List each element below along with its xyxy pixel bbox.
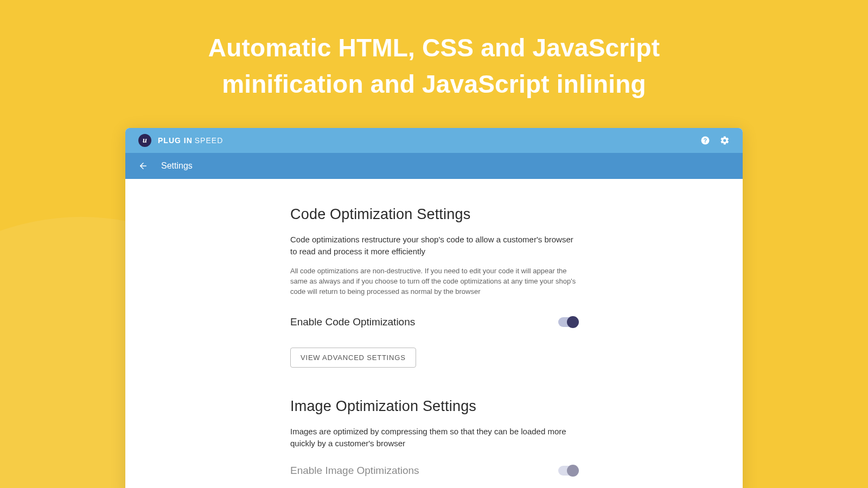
content-area: Code Optimization Settings Code optimiza…	[125, 179, 743, 488]
app-subheader: Settings	[125, 153, 743, 179]
toggle-knob-icon	[567, 316, 579, 328]
code-section-title: Code Optimization Settings	[290, 206, 578, 223]
hero-line1: Automatic HTML, CSS and JavaScript	[208, 34, 660, 62]
subheader-title: Settings	[161, 161, 193, 171]
logo-text: PLUG INSPEED	[158, 136, 223, 145]
image-toggle[interactable]	[558, 466, 578, 476]
logo-bold: PLUG IN	[158, 136, 193, 145]
hero-banner: Automatic HTML, CSS and JavaScript minif…	[0, 0, 868, 128]
toggle-knob-icon	[567, 465, 579, 477]
code-toggle-label: Enable Code Optimizations	[290, 316, 415, 328]
help-icon[interactable]: ?	[700, 136, 710, 145]
app-header: u PLUG INSPEED ?	[125, 128, 743, 153]
image-section-title: Image Optimization Settings	[290, 398, 578, 415]
image-toggle-label: Enable Image Optimizations	[290, 465, 419, 477]
image-section-desc: Images are optimized by compressing them…	[290, 426, 578, 450]
back-arrow-icon[interactable]	[138, 161, 148, 171]
code-section-note: All code optimizations are non-destructi…	[290, 266, 578, 297]
gear-icon[interactable]	[720, 136, 730, 145]
hero-line2: minification and JavaScript inlining	[222, 70, 646, 98]
image-toggle-row: Enable Image Optimizations	[290, 465, 578, 477]
code-toggle-row: Enable Code Optimizations	[290, 316, 578, 328]
svg-text:?: ?	[704, 137, 707, 144]
logo-light: SPEED	[195, 136, 223, 145]
view-advanced-settings-button[interactable]: View Advanced Settings	[290, 348, 416, 368]
logo-badge-icon: u	[138, 134, 151, 147]
app-window: u PLUG INSPEED ? Settings Code Optimizat…	[125, 128, 743, 488]
code-section-desc: Code optimizations restructure your shop…	[290, 234, 578, 258]
hero-heading: Automatic HTML, CSS and JavaScript minif…	[0, 30, 868, 102]
code-toggle[interactable]	[558, 317, 578, 327]
